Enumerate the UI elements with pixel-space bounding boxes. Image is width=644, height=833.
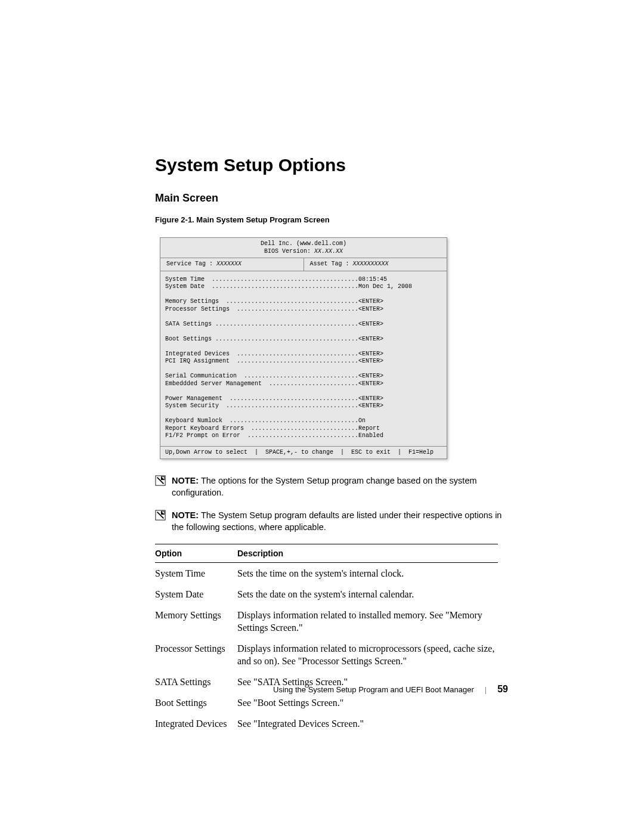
option-name: SATA Settings: [155, 676, 237, 688]
footer-text: Using the System Setup Program and UEFI …: [273, 685, 474, 694]
option-name: Integrated Devices: [155, 717, 237, 730]
bios-header-version: XX.XX.XX: [314, 248, 343, 255]
section-title: System Setup Options: [155, 155, 510, 175]
note-label: NOTE:: [172, 476, 199, 485]
bios-key-hints: Up,Down Arrow to select | SPACE,+,- to c…: [160, 447, 447, 459]
table-row: System TimeSets the time on the system's…: [155, 563, 498, 584]
subsection-title: Main Screen: [155, 192, 510, 205]
bios-asset-tag-cell: Asset Tag : XXXXXXXXXX: [304, 258, 447, 271]
figure-caption: Figure 2-1. Main System Setup Program Sc…: [155, 215, 510, 224]
options-table-head: Option Description: [155, 544, 498, 563]
notes-block: NOTE: The options for the System Setup p…: [155, 475, 510, 533]
option-name: Processor Settings: [155, 642, 237, 655]
document-page: System Setup Options Main Screen Figure …: [0, 0, 644, 833]
table-row: Integrated DevicesSee "Integrated Device…: [155, 713, 498, 734]
option-name: Boot Settings: [155, 696, 237, 709]
option-description: See "Boot Settings Screen.": [237, 696, 498, 709]
note-icon: [155, 475, 166, 486]
option-description: See "Integrated Devices Screen.": [237, 717, 498, 730]
options-table-body: System TimeSets the time on the system's…: [155, 563, 498, 734]
bios-screenshot: Dell Inc. (www.dell.com) BIOS Version: X…: [160, 237, 447, 459]
option-description: Sets the date on the system's internal c…: [237, 588, 498, 600]
bios-service-tag-value: XXXXXXX: [216, 261, 242, 267]
option-name: System Date: [155, 588, 237, 600]
bios-service-tag-label: Service Tag :: [166, 261, 216, 267]
note-2: NOTE: The System Setup program defaults …: [155, 509, 510, 533]
table-row: System DateSets the date on the system's…: [155, 584, 498, 605]
bios-asset-tag-label: Asset Tag :: [310, 261, 353, 267]
note-1-body: The options for the System Setup program…: [172, 476, 477, 497]
bios-asset-tag-value: XXXXXXXXXX: [353, 261, 389, 267]
bios-header-line1: Dell Inc. (www.dell.com): [261, 240, 346, 247]
table-row: Processor SettingsDisplays information r…: [155, 638, 498, 671]
note-2-text: NOTE: The System Setup program defaults …: [172, 509, 510, 533]
option-name: Memory Settings: [155, 609, 237, 621]
option-name: System Time: [155, 567, 237, 580]
page-footer: Using the System Setup Program and UEFI …: [273, 684, 508, 695]
footer-separator: |: [485, 685, 487, 694]
note-label: NOTE:: [172, 510, 199, 520]
bios-body: System Time ............................…: [160, 271, 447, 447]
bios-tag-row: Service Tag : XXXXXXX Asset Tag : XXXXXX…: [160, 258, 447, 271]
table-row: Boot SettingsSee "Boot Settings Screen.": [155, 692, 498, 713]
options-table-head-description: Description: [237, 549, 498, 558]
option-description: Displays information related to micropro…: [237, 642, 498, 667]
options-table-head-option: Option: [155, 549, 237, 558]
note-1-text: NOTE: The options for the System Setup p…: [172, 475, 510, 498]
table-row: Memory SettingsDisplays information rela…: [155, 605, 498, 638]
options-table: Option Description System TimeSets the t…: [155, 544, 498, 734]
bios-service-tag-cell: Service Tag : XXXXXXX: [160, 258, 304, 271]
option-description: Displays information related to installe…: [237, 609, 498, 634]
note-2-body: The System Setup program defaults are li…: [172, 510, 501, 532]
footer-page-number: 59: [497, 684, 508, 695]
note-1: NOTE: The options for the System Setup p…: [155, 475, 510, 498]
note-icon: [155, 510, 166, 521]
bios-header-line2-prefix: BIOS Version:: [264, 248, 314, 255]
bios-header: Dell Inc. (www.dell.com) BIOS Version: X…: [160, 238, 447, 258]
option-description: Sets the time on the system's internal c…: [237, 567, 498, 580]
